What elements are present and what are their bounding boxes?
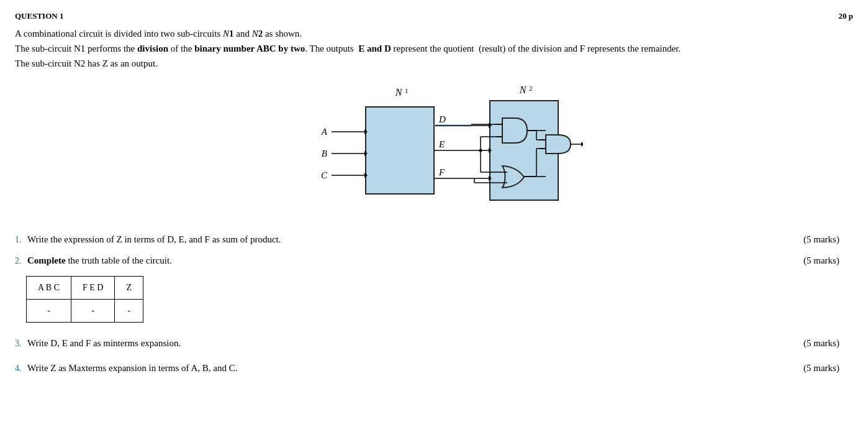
svg-marker-48: [581, 142, 583, 147]
q3-text: Write D, E and F as minterms expansion.: [27, 334, 785, 352]
circuit-svg: N 1 A B C N 2 D E F: [285, 82, 583, 213]
q4-num: 4.: [15, 360, 25, 377]
q1-text: Write the expression of Z in terms of D,…: [27, 230, 785, 249]
question-header: QUESTION 1 20 p: [15, 11, 853, 21]
q3-num: 3.: [15, 335, 25, 352]
svg-text:A: A: [321, 127, 328, 137]
question-item-4: 4. Write Z as Maxterms expansion in term…: [15, 359, 853, 377]
svg-point-34: [479, 149, 482, 152]
question-item-3: 3. Write D, E and F as minterms expansio…: [15, 334, 853, 352]
questions-list: 1. Write the expression of Z in terms of…: [15, 230, 853, 377]
truth-table: A B C F E D Z - - -: [26, 276, 143, 323]
q4-marks: (5 marks): [803, 359, 853, 377]
svg-text:1: 1: [405, 87, 409, 94]
question-item-2: 2. Complete the truth table of the circu…: [15, 251, 853, 270]
svg-text:D: D: [438, 114, 446, 124]
cell-abc: -: [27, 300, 71, 323]
svg-rect-0: [366, 107, 434, 194]
intro-line3: The sub-circuit N2 has Z as an output.: [15, 56, 853, 71]
q1-marks: (5 marks): [803, 230, 853, 249]
intro-line2: The sub-circuit N1 performs the division…: [15, 41, 853, 56]
svg-text:E: E: [438, 139, 445, 149]
q2-marks: (5 marks): [803, 251, 853, 270]
cell-z: -: [115, 300, 143, 323]
q1-num: 1.: [15, 231, 25, 249]
col-header-fed: F E D: [71, 277, 115, 300]
svg-text:F: F: [438, 167, 445, 177]
q4-text: Write Z as Maxterms expansion in terms o…: [27, 359, 785, 377]
q2-num: 2.: [15, 252, 25, 270]
svg-text:N: N: [395, 87, 403, 98]
intro-text: A combinational circuit is divided into …: [15, 26, 853, 71]
cell-fed: -: [71, 300, 115, 323]
intro-line1: A combinational circuit is divided into …: [15, 26, 853, 41]
col-header-abc: A B C: [27, 277, 71, 300]
table-row: - - -: [27, 300, 143, 323]
truth-table-container: A B C F E D Z - - -: [26, 276, 853, 323]
question-label: QUESTION 1: [15, 11, 63, 21]
marks-label: 20 p: [839, 11, 853, 21]
svg-text:2: 2: [529, 85, 533, 92]
svg-text:B: B: [322, 149, 327, 158]
q3-marks: (5 marks): [803, 334, 853, 352]
svg-text:N: N: [519, 85, 527, 95]
circuit-diagram: N 1 A B C N 2 D E F: [15, 82, 853, 213]
svg-text:C: C: [321, 170, 328, 180]
question-item-3-wrapper: 3. Write D, E and F as minterms expansio…: [15, 334, 853, 352]
q2-text: Complete the truth table of the circuit.: [27, 251, 785, 270]
col-header-z: Z: [115, 277, 143, 300]
question-item-1: 1. Write the expression of Z in terms of…: [15, 230, 853, 249]
question-item-4-wrapper: 4. Write Z as Maxterms expansion in term…: [15, 359, 853, 377]
